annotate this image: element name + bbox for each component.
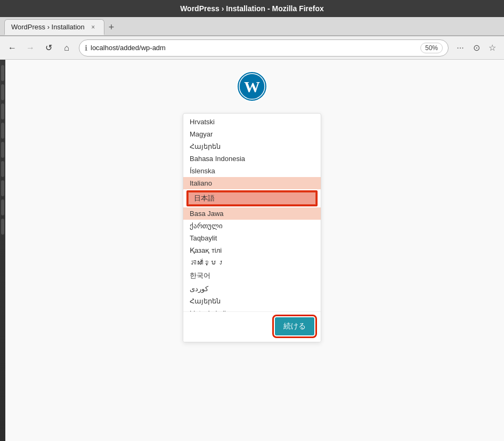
title-text: WordPress › Installation - Mozilla Firef… [180,4,324,13]
taskbar-left [0,60,5,441]
language-item-ku[interactable]: كوردی [183,283,321,295]
language-item-hr[interactable]: Hrvatski [183,116,321,128]
taskbar-dot-1 [1,65,4,81]
svg-text:W: W [244,78,260,95]
bookmark-button[interactable]: ☆ [485,41,500,55]
language-item-it[interactable]: Italiano [183,177,321,189]
back-button[interactable]: ← [4,40,20,56]
language-item-hy2[interactable]: Հայերեն [183,295,321,307]
language-item-is[interactable]: Íslenska [183,165,321,177]
page-content: W HrvatskiMagyarՀայերենBahasa IndonesiaÍ… [0,60,504,441]
taskbar-dot-9 [1,219,4,235]
active-tab[interactable]: WordPress › Installation × [4,19,104,35]
tab-label: WordPress › Installation [11,23,85,31]
language-item-jv[interactable]: Basa Jawa [183,207,321,220]
taskbar-dot-4 [1,123,4,139]
reload-button[interactable]: ↺ [40,40,56,56]
navigation-bar: ← → ↺ ⌂ ℹ localhost/added/wp-adm 50% ···… [0,36,504,60]
language-item-km[interactable]: ភាសាខ្មែរ [183,256,321,269]
forward-button[interactable]: → [22,40,38,56]
tab-close-button[interactable]: × [89,23,97,31]
taskbar-dot-6 [1,161,4,177]
tab-bar: WordPress › Installation × + [0,17,504,36]
wordpress-logo: W [236,70,268,102]
language-item-lt[interactable]: Lietuvių kalba [183,307,321,311]
address-bar[interactable]: ℹ localhost/added/wp-adm 50% [79,39,449,57]
language-list[interactable]: HrvatskiMagyarՀայերենBahasa IndonesiaÍsl… [183,114,321,311]
language-item-kk[interactable]: Қазақ тілі [183,244,321,256]
language-select-box: HrvatskiMagyarՀայերենBahasa IndonesiaÍsl… [183,113,321,342]
taskbar-dot-8 [1,199,4,215]
taskbar-dot-7 [1,180,4,196]
language-item-ka[interactable]: ქართული [183,220,321,232]
address-text: localhost/added/wp-adm [91,44,417,52]
home-button[interactable]: ⌂ [59,40,75,56]
pocket-button[interactable]: ⊙ [469,41,484,55]
language-item-ja[interactable]: 日本語 [188,191,316,205]
new-tab-button[interactable]: + [104,19,119,35]
language-item-taqb[interactable]: Taqbaylit [183,232,321,244]
zoom-level[interactable]: 50% [420,43,443,53]
taskbar-dot-5 [1,142,4,158]
language-item-id[interactable]: Bahasa Indonesia [183,153,321,165]
info-icon: ℹ [85,44,87,52]
language-item-hy[interactable]: Հայերեն [183,140,321,153]
nav-right-buttons: ··· ⊙ ☆ [453,41,500,55]
more-options-button[interactable]: ··· [453,41,468,55]
title-bar: WordPress › Installation - Mozilla Firef… [0,0,504,17]
continue-button[interactable]: 続ける [275,317,314,335]
taskbar-dot-2 [1,84,4,100]
taskbar-dot-3 [1,103,4,119]
language-item-hu[interactable]: Magyar [183,128,321,140]
language-item-ko[interactable]: 한국어 [183,269,321,283]
button-area: 続ける [183,311,321,342]
wordpress-logo-wrap: W [236,70,268,105]
selected-language-outline: 日本語 [186,190,318,206]
